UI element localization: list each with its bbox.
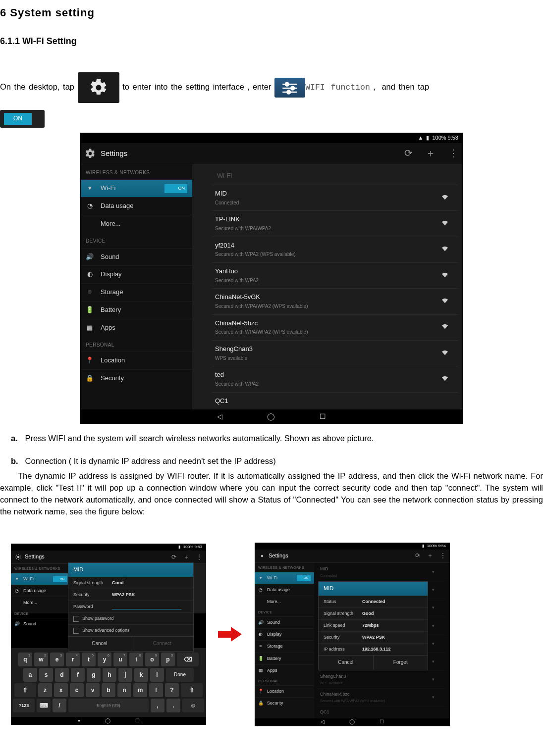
key[interactable]: u7 bbox=[113, 653, 127, 666]
key[interactable]: s bbox=[39, 668, 53, 682]
sidebar-item-more[interactable]: More... bbox=[255, 596, 314, 607]
key[interactable]: y6 bbox=[98, 653, 111, 666]
network-row[interactable]: QC1 bbox=[318, 706, 446, 718]
sidebar-item-sound[interactable]: 🔊Sound bbox=[255, 616, 314, 628]
sidebar-item-sound[interactable]: 🔊Sound bbox=[81, 248, 192, 266]
network-row[interactable]: ShengChan3WPS available bbox=[212, 340, 458, 366]
key[interactable]: t5 bbox=[82, 653, 96, 666]
forget-button[interactable]: Forget bbox=[373, 655, 428, 670]
refresh-icon[interactable]: ⟳ bbox=[171, 553, 176, 561]
sidebar-item-wifi[interactable]: ▾ Wi-Fi ON bbox=[81, 179, 192, 197]
key[interactable]: z bbox=[38, 683, 52, 697]
network-row[interactable]: tedSecured with WPA2 bbox=[212, 366, 458, 392]
sidebar-item-sound[interactable]: 🔊Sound bbox=[11, 618, 70, 630]
show-password-check[interactable]: Show password bbox=[68, 612, 193, 624]
add-network-icon[interactable]: ＋ bbox=[427, 552, 433, 560]
home-softkey[interactable]: ◯ bbox=[105, 717, 110, 725]
network-row[interactable]: YanHuoSecured with WPA2 bbox=[212, 262, 458, 288]
key[interactable]: j bbox=[118, 668, 132, 682]
key[interactable]: p0 bbox=[161, 653, 175, 666]
back-softkey[interactable]: ◁ bbox=[217, 411, 222, 421]
key[interactable]: h bbox=[103, 668, 116, 682]
backspace-key[interactable]: ⌫ bbox=[177, 653, 199, 666]
network-row[interactable]: yf2014Secured with WPA2 (WPS available) bbox=[212, 237, 458, 262]
network-row[interactable]: ChinaNet-5bzcSecured with WPA/WPA2 (WPS … bbox=[212, 314, 458, 340]
network-row[interactable]: MIDConnected bbox=[212, 185, 458, 210]
key[interactable]: e3 bbox=[50, 653, 64, 666]
sidebar-item-display[interactable]: ◐Display bbox=[255, 628, 314, 640]
wifi-toggle[interactable]: ON bbox=[164, 184, 187, 193]
cancel-button[interactable]: Cancel bbox=[68, 637, 131, 651]
key[interactable]: n bbox=[117, 683, 131, 697]
key[interactable]: l bbox=[150, 668, 164, 682]
sidebar-item-battery[interactable]: 🔋Battery bbox=[255, 653, 314, 664]
key[interactable]: r4 bbox=[66, 653, 80, 666]
sidebar-item-security[interactable]: 🔒Security bbox=[81, 369, 192, 387]
shift-key[interactable]: ⇧ bbox=[181, 683, 203, 697]
refresh-icon[interactable]: ⟳ bbox=[404, 146, 413, 160]
sidebar-item-apps[interactable]: ▦Apps bbox=[255, 664, 314, 676]
sidebar-item-wifi[interactable]: ▾Wi-FiON bbox=[11, 573, 70, 585]
show-advanced-check[interactable]: Show advanced options bbox=[68, 624, 193, 636]
sidebar-item-wifi[interactable]: ▾Wi-FiON bbox=[255, 572, 314, 584]
sidebar-item-location[interactable]: 📍Location bbox=[255, 685, 314, 697]
key[interactable]: k bbox=[134, 668, 148, 682]
network-row[interactable]: MIDConnected▾ bbox=[318, 563, 446, 581]
slash-key[interactable]: / bbox=[53, 699, 66, 712]
period-key[interactable]: . bbox=[166, 699, 180, 712]
sidebar-item-apps[interactable]: ▦Apps bbox=[81, 319, 192, 337]
network-row[interactable]: ShengChan3WPS available▾ bbox=[318, 670, 446, 688]
network-row[interactable]: ChinaNet-5vGKSecured with WPA/WPA2 (WPS … bbox=[212, 288, 458, 314]
key[interactable]: ! bbox=[149, 683, 163, 697]
sidebar-item-security[interactable]: 🔒Security bbox=[255, 697, 314, 709]
sidebar-item-storage[interactable]: ≡Storage bbox=[81, 283, 192, 301]
add-network-icon[interactable]: ＋ bbox=[183, 553, 189, 561]
sidebar-item-more[interactable]: More... bbox=[81, 215, 192, 233]
network-row[interactable]: ChinaNet-5bzcSecured with WPA/WPA2 (WPS … bbox=[318, 688, 446, 706]
key[interactable]: i8 bbox=[129, 653, 143, 666]
done-key[interactable]: Done bbox=[166, 668, 194, 682]
connect-button[interactable]: Connect bbox=[131, 637, 194, 651]
space-key[interactable]: English (US) bbox=[68, 699, 149, 712]
key[interactable]: m bbox=[133, 683, 147, 697]
emoji-key[interactable]: ☺ bbox=[182, 699, 204, 712]
home-softkey[interactable]: ◯ bbox=[267, 411, 275, 421]
sidebar-item-data-usage[interactable]: ◔ Data usage bbox=[81, 197, 192, 215]
sidebar-item-data-usage[interactable]: ◔Data usage bbox=[11, 585, 70, 597]
overflow-menu-icon[interactable]: ⋮ bbox=[196, 553, 202, 561]
overflow-menu-icon[interactable]: ⋮ bbox=[440, 552, 446, 560]
sidebar-item-location[interactable]: 📍Location bbox=[81, 352, 192, 369]
symbols-key[interactable]: ?123 bbox=[13, 699, 35, 712]
add-network-icon[interactable]: ＋ bbox=[426, 146, 435, 160]
key[interactable]: w2 bbox=[34, 653, 48, 666]
password-input[interactable] bbox=[112, 604, 181, 609]
key[interactable]: q1 bbox=[18, 653, 32, 666]
cancel-button[interactable]: Cancel bbox=[319, 655, 373, 670]
recent-softkey[interactable]: ☐ bbox=[135, 717, 140, 725]
lang-key[interactable]: ⌨ bbox=[37, 699, 51, 712]
sidebar-item-display[interactable]: ◐Display bbox=[81, 265, 192, 283]
key[interactable]: g bbox=[87, 668, 101, 682]
key[interactable]: f bbox=[71, 668, 85, 682]
sidebar-item-data-usage[interactable]: ◔Data usage bbox=[255, 584, 314, 596]
network-row[interactable]: TP-LINKSecured with WPA/WPA2 bbox=[212, 210, 458, 236]
sidebar-item-battery[interactable]: 🔋Battery bbox=[81, 301, 192, 319]
key[interactable]: b bbox=[102, 683, 115, 697]
key[interactable]: a bbox=[23, 668, 37, 682]
overflow-menu-icon[interactable]: ⋮ bbox=[448, 146, 458, 160]
home-softkey[interactable]: ◯ bbox=[349, 718, 355, 726]
sidebar-item-more[interactable]: More... bbox=[11, 597, 70, 608]
sidebar-item-storage[interactable]: ≡Storage bbox=[255, 640, 314, 652]
back-softkey[interactable]: ▾ bbox=[78, 717, 80, 725]
key[interactable]: ? bbox=[165, 683, 179, 697]
network-row[interactable]: QC1 bbox=[212, 392, 458, 410]
key[interactable]: c bbox=[70, 683, 84, 697]
comma-key[interactable]: , bbox=[151, 699, 164, 712]
key[interactable]: d bbox=[55, 668, 69, 682]
back-softkey[interactable]: ◁ bbox=[321, 718, 325, 726]
key[interactable]: x bbox=[54, 683, 68, 697]
shift-key[interactable]: ⇧ bbox=[14, 683, 36, 697]
key[interactable]: o9 bbox=[145, 653, 159, 666]
refresh-icon[interactable]: ⟳ bbox=[415, 552, 420, 560]
key[interactable]: v bbox=[86, 683, 100, 697]
